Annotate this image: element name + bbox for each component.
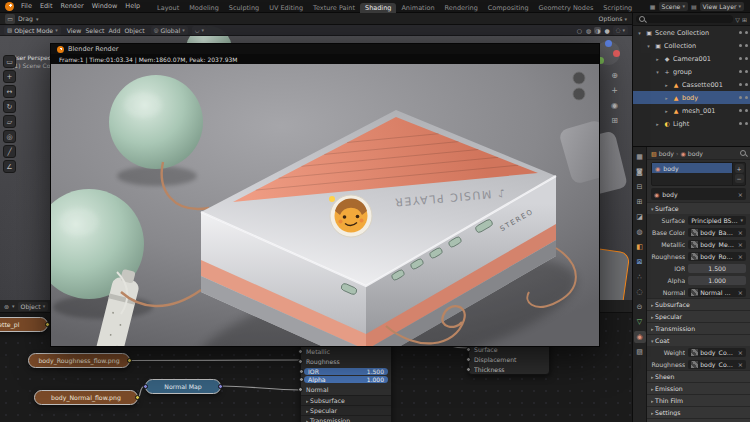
- property-row[interactable]: Surface: [647, 202, 750, 214]
- workspace-tab[interactable]: Animation: [396, 3, 439, 13]
- wireframe-shading-icon[interactable]: ○: [576, 27, 583, 34]
- workspace-tab[interactable]: Layout: [152, 3, 184, 13]
- property-row[interactable]: IOR 1.500: [647, 262, 750, 274]
- visibility-icons[interactable]: [739, 31, 748, 34]
- node-socket-row[interactable]: Alpha 1.000: [304, 376, 388, 383]
- outliner-row[interactable]: ▾ group: [633, 65, 750, 78]
- viewport-menu[interactable]: View: [65, 27, 84, 34]
- outliner-search[interactable]: [636, 15, 733, 23]
- property-row[interactable]: Normal Normal Map: [647, 286, 750, 298]
- shader-type-dropdown[interactable]: Object▾: [18, 302, 49, 311]
- visibility-icons[interactable]: [739, 57, 748, 60]
- node-socket-row[interactable]: Displacement: [469, 354, 549, 364]
- disclosure-caret[interactable]: ▸: [663, 82, 670, 88]
- node-image-texture[interactable]: body_Roughness_flow.png: [28, 353, 130, 368]
- properties-tab[interactable]: [634, 286, 646, 298]
- property-row[interactable]: Subsurface: [647, 298, 750, 310]
- render-visibility-icon[interactable]: [745, 83, 748, 86]
- workspace-tab[interactable]: Compositing: [483, 3, 534, 13]
- clear-icon[interactable]: [738, 361, 743, 368]
- workspace-tab[interactable]: Geometry Nodes: [534, 3, 599, 13]
- overlays-dropdown[interactable]: ◌▾: [613, 26, 628, 35]
- property-value[interactable]: body_Base_color_Texture: [688, 228, 746, 237]
- property-row[interactable]: Base Color body_Base_color_Texture: [647, 226, 750, 238]
- axis-x-handle[interactable]: [613, 50, 620, 57]
- hide-icon[interactable]: [739, 96, 742, 99]
- property-value[interactable]: body_Roughness_texture: [688, 252, 746, 261]
- node-socket-row[interactable]: Metallic: [301, 346, 391, 356]
- render-window[interactable]: Blender Render Frame:1 | Time:01:03.34 |…: [50, 43, 600, 347]
- outliner-row[interactable]: ▸ Light: [633, 117, 750, 130]
- render-visibility-icon[interactable]: [745, 109, 748, 112]
- zoom-in-button[interactable]: [573, 72, 585, 84]
- outliner-row[interactable]: ▸ mesh_001: [633, 104, 750, 117]
- node-socket-row[interactable]: Subsurface: [301, 395, 391, 405]
- property-row[interactable]: Roughness body_Roughness_texture: [647, 250, 750, 262]
- properties-tab[interactable]: [634, 226, 646, 238]
- outliner-row[interactable]: ▸ Cassette001: [633, 78, 750, 91]
- viewport-tool-button[interactable]: [3, 55, 16, 68]
- workspace-tab[interactable]: Rendering: [440, 3, 483, 13]
- hide-icon[interactable]: [739, 122, 742, 125]
- render-visibility-icon[interactable]: [745, 57, 748, 60]
- viewport-tool-button[interactable]: [3, 85, 16, 98]
- options-dropdown[interactable]: Options▾: [599, 15, 627, 22]
- disclosure-caret[interactable]: ▸: [663, 95, 670, 101]
- viewport-tool-button[interactable]: [3, 160, 16, 173]
- workspace-tab[interactable]: UV Editing: [264, 3, 308, 13]
- pan-icon[interactable]: +: [611, 86, 618, 95]
- view-layer-selector[interactable]: View Layer▾: [700, 2, 744, 11]
- menu-item[interactable]: Render: [56, 2, 87, 10]
- property-value[interactable]: Normal Map: [688, 288, 746, 297]
- breadcrumb-object[interactable]: body: [659, 150, 674, 157]
- disclosure-caret[interactable]: ▸: [654, 56, 661, 62]
- disclosure-caret[interactable]: ▸: [663, 108, 670, 114]
- property-row[interactable]: Coat: [647, 334, 750, 346]
- zoom-out-button[interactable]: [573, 88, 585, 100]
- hide-icon[interactable]: [739, 70, 742, 73]
- menu-item[interactable]: File: [17, 2, 36, 10]
- properties-tab[interactable]: [634, 211, 646, 223]
- node-socket-row[interactable]: Normal: [301, 385, 391, 395]
- outliner-row[interactable]: ▾ Scene Collection: [633, 26, 750, 39]
- new-collection-icon[interactable]: ⊞: [742, 16, 747, 23]
- property-row[interactable]: Weight body_Coat_weight_texture: [647, 346, 750, 358]
- scene-selector[interactable]: Scene▾: [659, 2, 688, 11]
- zoom-icon[interactable]: ⊕: [611, 71, 618, 80]
- property-row[interactable]: Transmission: [647, 322, 750, 334]
- unlink-material-icon[interactable]: ×: [738, 191, 743, 198]
- outliner-row[interactable]: ▸ Camera001: [633, 52, 750, 65]
- axis-z-handle[interactable]: [605, 40, 612, 47]
- active-tool-icon[interactable]: ▭: [5, 14, 15, 24]
- workspace-tab[interactable]: Scripting: [598, 3, 637, 13]
- hide-icon[interactable]: [739, 83, 742, 86]
- search-icon[interactable]: [740, 150, 746, 156]
- menu-item[interactable]: Help: [121, 2, 144, 10]
- visibility-icons[interactable]: [739, 96, 748, 99]
- disclosure-caret[interactable]: ▾: [654, 69, 661, 75]
- clear-icon[interactable]: [738, 349, 743, 356]
- property-row[interactable]: Thin Film: [647, 394, 750, 406]
- properties-tab[interactable]: [634, 301, 646, 313]
- disclosure-caret[interactable]: ▸: [654, 121, 661, 127]
- add-slot-button[interactable]: +: [735, 164, 744, 173]
- transform-orientation-dropdown[interactable]: ◎Global▾: [151, 26, 188, 35]
- properties-tab[interactable]: [634, 271, 646, 283]
- workspace-tab[interactable]: Shading: [360, 3, 396, 13]
- outliner-row[interactable]: ▸ body: [633, 91, 750, 104]
- property-value[interactable]: body_Metallic_Texture: [688, 240, 746, 249]
- menu-item[interactable]: Window: [88, 2, 122, 10]
- properties-tab[interactable]: [634, 181, 646, 193]
- visibility-icons[interactable]: [739, 109, 748, 112]
- viewport-menu[interactable]: Object: [122, 27, 146, 34]
- render-visibility-icon[interactable]: [745, 96, 748, 99]
- property-row[interactable]: Sheen: [647, 370, 750, 382]
- node-editor-icon[interactable]: ⊛: [4, 303, 9, 310]
- visibility-icons[interactable]: [739, 70, 748, 73]
- property-value[interactable]: 1.500: [688, 264, 746, 273]
- hide-icon[interactable]: [739, 57, 742, 60]
- node-socket-row[interactable]: Transmission: [301, 415, 391, 422]
- render-visibility-icon[interactable]: [745, 31, 748, 34]
- properties-tab[interactable]: [634, 346, 646, 358]
- viewport-tool-button[interactable]: [3, 145, 16, 158]
